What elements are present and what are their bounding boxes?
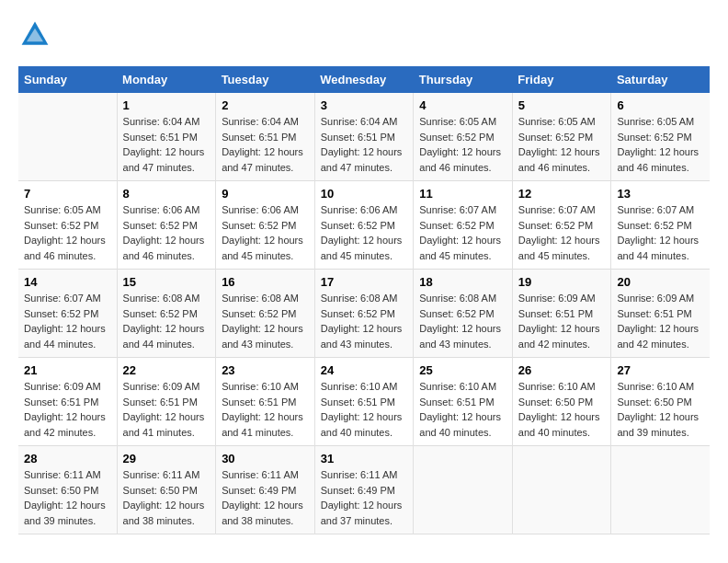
day-info: Sunrise: 6:09 AM Sunset: 6:51 PM Dayligh…	[518, 291, 606, 351]
day-info: Sunrise: 6:04 AM Sunset: 6:51 PM Dayligh…	[123, 114, 210, 175]
day-cell: 2Sunrise: 6:04 AM Sunset: 6:51 PM Daylig…	[216, 93, 315, 181]
day-number: 19	[518, 275, 606, 289]
week-row-4: 21Sunrise: 6:09 AM Sunset: 6:51 PM Dayli…	[18, 358, 710, 446]
week-row-2: 7Sunrise: 6:05 AM Sunset: 6:52 PM Daylig…	[18, 181, 710, 270]
week-row-1: 1Sunrise: 6:04 AM Sunset: 6:51 PM Daylig…	[18, 93, 710, 181]
day-info: Sunrise: 6:08 AM Sunset: 6:52 PM Dayligh…	[321, 291, 408, 351]
day-number: 7	[24, 187, 111, 201]
calendar-header: SundayMondayTuesdayWednesdayThursdayFrid…	[18, 66, 710, 93]
day-info: Sunrise: 6:08 AM Sunset: 6:52 PM Dayligh…	[222, 291, 309, 351]
day-cell: 25Sunrise: 6:10 AM Sunset: 6:51 PM Dayli…	[414, 358, 513, 446]
day-cell	[611, 446, 710, 534]
day-number: 4	[419, 98, 506, 112]
day-number: 1	[123, 98, 210, 112]
day-cell	[18, 93, 117, 181]
day-info: Sunrise: 6:09 AM Sunset: 6:51 PM Dayligh…	[617, 291, 704, 351]
day-info: Sunrise: 6:09 AM Sunset: 6:51 PM Dayligh…	[24, 379, 111, 440]
header-cell-monday: Monday	[117, 66, 216, 93]
day-info: Sunrise: 6:07 AM Sunset: 6:52 PM Dayligh…	[24, 291, 111, 351]
day-info: Sunrise: 6:07 AM Sunset: 6:52 PM Dayligh…	[617, 202, 704, 263]
day-number: 3	[321, 98, 408, 112]
header-cell-wednesday: Wednesday	[314, 66, 414, 93]
day-number: 12	[518, 187, 606, 201]
day-cell: 13Sunrise: 6:07 AM Sunset: 6:52 PM Dayli…	[611, 181, 710, 270]
week-row-5: 28Sunrise: 6:11 AM Sunset: 6:50 PM Dayli…	[18, 446, 710, 534]
day-cell: 18Sunrise: 6:08 AM Sunset: 6:52 PM Dayli…	[414, 270, 513, 358]
header-row: SundayMondayTuesdayWednesdayThursdayFrid…	[18, 66, 710, 93]
day-cell: 15Sunrise: 6:08 AM Sunset: 6:52 PM Dayli…	[117, 270, 216, 358]
day-info: Sunrise: 6:05 AM Sunset: 6:52 PM Dayligh…	[617, 114, 704, 175]
day-info: Sunrise: 6:11 AM Sunset: 6:49 PM Dayligh…	[222, 467, 309, 528]
day-cell: 23Sunrise: 6:10 AM Sunset: 6:51 PM Dayli…	[216, 358, 315, 446]
day-info: Sunrise: 6:08 AM Sunset: 6:52 PM Dayligh…	[419, 291, 506, 351]
day-info: Sunrise: 6:10 AM Sunset: 6:51 PM Dayligh…	[321, 379, 408, 440]
day-cell: 31Sunrise: 6:11 AM Sunset: 6:49 PM Dayli…	[314, 446, 414, 534]
day-cell: 19Sunrise: 6:09 AM Sunset: 6:51 PM Dayli…	[512, 270, 611, 358]
calendar-table: SundayMondayTuesdayWednesdayThursdayFrid…	[18, 66, 710, 534]
day-cell: 30Sunrise: 6:11 AM Sunset: 6:49 PM Dayli…	[216, 446, 315, 534]
day-cell	[512, 446, 611, 534]
day-cell: 9Sunrise: 6:06 AM Sunset: 6:52 PM Daylig…	[216, 181, 315, 270]
day-number: 10	[321, 187, 408, 201]
day-cell: 8Sunrise: 6:06 AM Sunset: 6:52 PM Daylig…	[117, 181, 216, 270]
day-cell: 26Sunrise: 6:10 AM Sunset: 6:50 PM Dayli…	[512, 358, 611, 446]
day-number: 28	[24, 452, 111, 465]
day-number: 9	[222, 187, 309, 201]
day-number: 16	[222, 275, 309, 289]
day-cell: 14Sunrise: 6:07 AM Sunset: 6:52 PM Dayli…	[18, 270, 117, 358]
day-number: 21	[24, 363, 111, 377]
logo	[18, 18, 57, 52]
page-header	[18, 18, 710, 52]
day-info: Sunrise: 6:04 AM Sunset: 6:51 PM Dayligh…	[222, 114, 309, 175]
day-number: 29	[123, 452, 210, 465]
day-cell: 17Sunrise: 6:08 AM Sunset: 6:52 PM Dayli…	[314, 270, 414, 358]
day-info: Sunrise: 6:09 AM Sunset: 6:51 PM Dayligh…	[123, 379, 210, 440]
day-cell: 6Sunrise: 6:05 AM Sunset: 6:52 PM Daylig…	[611, 93, 710, 181]
header-cell-friday: Friday	[512, 66, 611, 93]
day-number: 25	[419, 363, 506, 377]
day-number: 30	[222, 452, 309, 465]
day-cell: 21Sunrise: 6:09 AM Sunset: 6:51 PM Dayli…	[18, 358, 117, 446]
day-info: Sunrise: 6:11 AM Sunset: 6:50 PM Dayligh…	[24, 467, 111, 528]
day-cell: 16Sunrise: 6:08 AM Sunset: 6:52 PM Dayli…	[216, 270, 315, 358]
day-number: 11	[419, 187, 506, 201]
day-number: 15	[123, 275, 210, 289]
day-info: Sunrise: 6:11 AM Sunset: 6:50 PM Dayligh…	[123, 467, 210, 528]
day-info: Sunrise: 6:10 AM Sunset: 6:50 PM Dayligh…	[617, 379, 704, 440]
day-info: Sunrise: 6:10 AM Sunset: 6:51 PM Dayligh…	[222, 379, 309, 440]
day-cell: 20Sunrise: 6:09 AM Sunset: 6:51 PM Dayli…	[611, 270, 710, 358]
day-cell: 5Sunrise: 6:05 AM Sunset: 6:52 PM Daylig…	[512, 93, 611, 181]
day-cell: 27Sunrise: 6:10 AM Sunset: 6:50 PM Dayli…	[611, 358, 710, 446]
day-number: 6	[617, 98, 704, 112]
header-cell-tuesday: Tuesday	[216, 66, 315, 93]
day-cell	[414, 446, 513, 534]
day-cell: 24Sunrise: 6:10 AM Sunset: 6:51 PM Dayli…	[314, 358, 414, 446]
day-number: 23	[222, 363, 309, 377]
day-cell: 28Sunrise: 6:11 AM Sunset: 6:50 PM Dayli…	[18, 446, 117, 534]
day-info: Sunrise: 6:04 AM Sunset: 6:51 PM Dayligh…	[321, 114, 408, 175]
day-number: 2	[222, 98, 309, 112]
day-cell: 29Sunrise: 6:11 AM Sunset: 6:50 PM Dayli…	[117, 446, 216, 534]
logo-icon	[18, 18, 51, 52]
day-info: Sunrise: 6:10 AM Sunset: 6:51 PM Dayligh…	[419, 379, 506, 440]
day-cell: 10Sunrise: 6:06 AM Sunset: 6:52 PM Dayli…	[314, 181, 414, 270]
day-info: Sunrise: 6:06 AM Sunset: 6:52 PM Dayligh…	[321, 202, 408, 263]
day-info: Sunrise: 6:10 AM Sunset: 6:50 PM Dayligh…	[518, 379, 606, 440]
day-number: 24	[321, 363, 408, 377]
day-number: 27	[617, 363, 704, 377]
day-info: Sunrise: 6:08 AM Sunset: 6:52 PM Dayligh…	[123, 291, 210, 351]
day-number: 26	[518, 363, 606, 377]
day-info: Sunrise: 6:07 AM Sunset: 6:52 PM Dayligh…	[518, 202, 606, 263]
day-cell: 4Sunrise: 6:05 AM Sunset: 6:52 PM Daylig…	[414, 93, 513, 181]
day-number: 13	[617, 187, 704, 201]
day-cell: 1Sunrise: 6:04 AM Sunset: 6:51 PM Daylig…	[117, 93, 216, 181]
day-cell: 7Sunrise: 6:05 AM Sunset: 6:52 PM Daylig…	[18, 181, 117, 270]
day-number: 5	[518, 98, 606, 112]
day-number: 22	[123, 363, 210, 377]
day-info: Sunrise: 6:05 AM Sunset: 6:52 PM Dayligh…	[24, 202, 111, 263]
day-info: Sunrise: 6:07 AM Sunset: 6:52 PM Dayligh…	[419, 202, 506, 263]
header-cell-sunday: Sunday	[18, 66, 117, 93]
calendar-body: 1Sunrise: 6:04 AM Sunset: 6:51 PM Daylig…	[18, 93, 710, 534]
day-number: 18	[419, 275, 506, 289]
header-cell-saturday: Saturday	[611, 66, 710, 93]
